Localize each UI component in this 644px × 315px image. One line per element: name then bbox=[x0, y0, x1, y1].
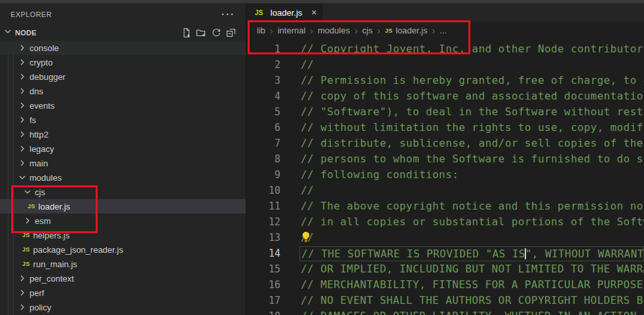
code-editor[interactable]: 1// Copyright Joyent, Inc. and other Nod… bbox=[246, 39, 644, 315]
js-file-icon: JS bbox=[385, 28, 392, 34]
refresh-explorer-icon[interactable] bbox=[211, 28, 221, 38]
line-text: // copy of this software and associated … bbox=[299, 88, 644, 104]
line-number[interactable]: 7 bbox=[246, 138, 280, 149]
js-file-icon: JS bbox=[22, 261, 30, 267]
tree-item-dns[interactable]: dns bbox=[0, 84, 246, 98]
tree-item-label: dns bbox=[29, 86, 43, 96]
breadcrumb-label: modules bbox=[318, 26, 350, 35]
code-line-18[interactable]: 18// DAMAGES OR OTHER LIABILITY, WHETHER… bbox=[246, 308, 644, 315]
breadcrumb-item-lib[interactable]: lib bbox=[257, 26, 265, 35]
tree-item-crypto[interactable]: crypto bbox=[0, 55, 246, 69]
code-line-10[interactable]: 10// bbox=[246, 183, 644, 198]
line-text: // following conditions: bbox=[299, 167, 644, 183]
new-file-icon[interactable] bbox=[181, 28, 191, 38]
tree-item-policy[interactable]: policy bbox=[0, 300, 246, 314]
tree-item-run-main-js[interactable]: JSrun_main.js bbox=[0, 257, 246, 271]
close-tab-icon[interactable]: × bbox=[311, 8, 316, 17]
line-number[interactable]: 15 bbox=[246, 263, 280, 275]
node-section-actions bbox=[181, 28, 237, 38]
line-number[interactable]: 5 bbox=[246, 106, 280, 118]
tab-loader-js[interactable]: JS loader.js × bbox=[246, 3, 323, 22]
line-number[interactable]: 11 bbox=[246, 200, 280, 212]
tree-item-per-context[interactable]: per_context bbox=[0, 271, 246, 286]
collapse-folders-icon[interactable] bbox=[226, 28, 237, 38]
code-line-12[interactable]: 12// in all copies or substantial portio… bbox=[246, 214, 644, 230]
line-text: // persons to whom the Software is furni… bbox=[299, 151, 644, 167]
code-line-2[interactable]: 2// bbox=[246, 57, 644, 73]
tree-item-label: crypto bbox=[29, 58, 52, 67]
tree-item-label: cjs bbox=[35, 187, 45, 197]
code-line-15[interactable]: 15// OR IMPLIED, INCLUDING BUT NOT LIMIT… bbox=[246, 261, 644, 277]
tree-item-helpers-js[interactable]: JShelpers.js bbox=[0, 228, 246, 242]
breadcrumb-label: loader.js bbox=[396, 26, 427, 35]
code-line-6[interactable]: 6// without limitation the rights to use… bbox=[246, 120, 644, 136]
tree-item-label: helpers.js bbox=[33, 231, 70, 240]
tree-item-legacy[interactable]: legacy bbox=[0, 141, 246, 156]
breadcrumb-label: cjs bbox=[362, 26, 373, 35]
line-number[interactable]: 17 bbox=[246, 295, 280, 306]
tree-item-http2[interactable]: http2 bbox=[0, 127, 246, 141]
line-number[interactable]: 1 bbox=[246, 43, 280, 55]
line-text: // in all copies or substantial portions… bbox=[299, 214, 644, 230]
line-number[interactable]: 13 bbox=[246, 232, 280, 244]
line-number[interactable]: 3 bbox=[246, 75, 280, 86]
js-file-icon: JS bbox=[28, 203, 35, 210]
line-number[interactable]: 16 bbox=[246, 279, 280, 291]
code-line-16[interactable]: 16// MERCHANTABILITY, FITNESS FOR A PART… bbox=[246, 277, 644, 293]
breadcrumb-separator: › bbox=[377, 26, 381, 36]
breadcrumb-item-modules[interactable]: modules bbox=[318, 26, 350, 35]
tree-item-events[interactable]: events bbox=[0, 98, 246, 113]
chevron-down-icon bbox=[17, 172, 28, 183]
line-text: // "Software"), to deal in the Software … bbox=[299, 104, 644, 120]
tree-item-label: modules bbox=[29, 173, 62, 183]
chevron-right-icon bbox=[17, 302, 28, 312]
line-number[interactable]: 14 bbox=[246, 248, 280, 259]
node-section-header[interactable]: NODE bbox=[0, 25, 246, 41]
line-number[interactable]: 8 bbox=[246, 153, 280, 165]
breadcrumb-label: ... bbox=[440, 26, 447, 35]
code-line-9[interactable]: 9// following conditions: bbox=[246, 167, 644, 183]
tree-item-cjs[interactable]: cjs bbox=[0, 185, 246, 199]
lightbulb-icon[interactable] bbox=[301, 231, 311, 246]
code-line-11[interactable]: 11// The above copyright notice and this… bbox=[246, 198, 644, 214]
tree-item-package-json-reader-js[interactable]: JSpackage_json_reader.js bbox=[0, 242, 246, 257]
chevron-right-icon bbox=[22, 215, 33, 226]
new-folder-icon[interactable] bbox=[196, 28, 206, 38]
tree-item-label: http2 bbox=[29, 130, 48, 139]
breadcrumb-item-internal[interactable]: internal bbox=[278, 26, 306, 35]
code-line-3[interactable]: 3// Permission is hereby granted, free o… bbox=[246, 73, 644, 88]
line-number[interactable]: 9 bbox=[246, 169, 280, 181]
breadcrumb-item-cjs[interactable]: cjs bbox=[362, 26, 373, 35]
tree-item-debugger[interactable]: debugger bbox=[0, 69, 246, 84]
tree-item-perf[interactable]: perf bbox=[0, 286, 246, 300]
line-number[interactable]: 10 bbox=[246, 185, 280, 196]
tree-item-console[interactable]: console bbox=[0, 41, 246, 55]
breadcrumb-item-loader-js[interactable]: JSloader.js bbox=[385, 26, 427, 35]
line-text: // distribute, sublicense, and/or sell c… bbox=[299, 136, 644, 151]
code-line-14[interactable]: 14// THE SOFTWARE IS PROVIDED "AS IS", W… bbox=[246, 246, 644, 261]
code-line-17[interactable]: 17// NO EVENT SHALL THE AUTHORS OR COPYR… bbox=[246, 293, 644, 308]
tree-item-loader-js[interactable]: JSloader.js bbox=[0, 199, 246, 213]
line-text: // DAMAGES OR OTHER LIABILITY, WHETHER I… bbox=[299, 308, 644, 315]
tree-item-fs[interactable]: fs bbox=[0, 113, 246, 127]
line-number[interactable]: 18 bbox=[246, 310, 280, 315]
breadcrumb-item--[interactable]: ... bbox=[440, 26, 447, 35]
line-number[interactable]: 6 bbox=[246, 122, 280, 134]
tree-item-esm[interactable]: esm bbox=[0, 213, 246, 228]
breadcrumb-separator: › bbox=[270, 26, 273, 36]
code-line-8[interactable]: 8// persons to whom the Software is furn… bbox=[246, 151, 644, 167]
code-line-4[interactable]: 4// copy of this software and associated… bbox=[246, 88, 644, 104]
line-number[interactable]: 4 bbox=[246, 90, 280, 102]
code-line-1[interactable]: 1// Copyright Joyent, Inc. and other Nod… bbox=[246, 41, 644, 57]
tree-item-modules[interactable]: modules bbox=[0, 170, 246, 185]
line-number[interactable]: 2 bbox=[246, 59, 280, 71]
tree-item-main[interactable]: main bbox=[0, 156, 246, 170]
code-line-7[interactable]: 7// distribute, sublicense, and/or sell … bbox=[246, 136, 644, 151]
line-text: // The above copyright notice and this p… bbox=[299, 198, 644, 214]
more-actions-icon[interactable]: ··· bbox=[221, 11, 235, 18]
chevron-right-icon bbox=[17, 273, 28, 284]
tree-item-label: debugger bbox=[29, 72, 66, 82]
code-line-5[interactable]: 5// "Software"), to deal in the Software… bbox=[246, 104, 644, 120]
file-tree: consolecryptodebuggerdnseventsfshttp2leg… bbox=[0, 41, 246, 315]
line-number[interactable]: 12 bbox=[246, 216, 280, 228]
